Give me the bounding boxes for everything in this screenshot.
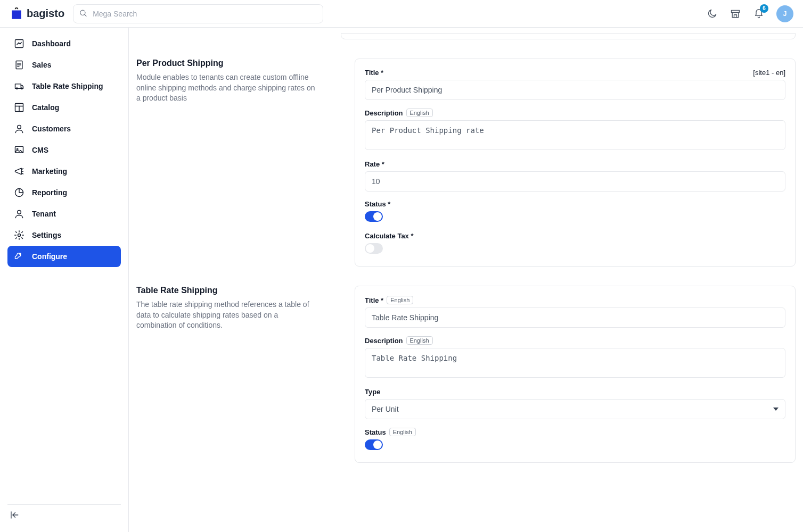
settings-icon	[14, 230, 24, 240]
svg-point-15	[18, 125, 21, 129]
sidebar-item-label: Settings	[32, 231, 61, 239]
per-product-card: Title [site1 - en] Description English R…	[355, 59, 796, 267]
tenant-icon	[14, 209, 24, 219]
catalog-icon	[14, 102, 24, 113]
store-icon	[730, 9, 741, 19]
sidebar-item-label: Configure	[32, 252, 67, 261]
per-product-calctax-toggle[interactable]	[365, 243, 383, 254]
brand-icon	[10, 7, 23, 21]
title-label: Title	[365, 296, 383, 304]
section-desc: The table rate shipping method reference…	[136, 300, 317, 331]
sidebar-item-label: Tenant	[32, 210, 56, 218]
sidebar-item-marketing[interactable]: Marketing	[7, 161, 121, 182]
svg-point-17	[17, 148, 18, 150]
moon-icon	[707, 9, 717, 19]
reporting-icon	[14, 187, 24, 198]
sidebar-item-configure[interactable]: Configure	[7, 246, 121, 267]
title-label: Title	[365, 69, 383, 77]
sales-icon	[14, 60, 24, 70]
sidebar-item-customers[interactable]: Customers	[7, 118, 121, 139]
status-label: Status	[365, 428, 386, 436]
search-wrap	[73, 4, 323, 23]
section-title: Per Product Shipping	[136, 59, 333, 68]
table-rate-type-select[interactable]: Per Unit	[365, 399, 785, 419]
lang-tag: English	[387, 296, 413, 304]
svg-line-2	[85, 14, 86, 16]
sidebar-item-cms[interactable]: CMS	[7, 139, 121, 161]
lang-tag: English	[406, 336, 433, 345]
section-title: Table Rate Shipping	[136, 286, 333, 295]
calc-tax-label: Calculate Tax	[365, 232, 414, 240]
svg-rect-3	[732, 10, 740, 12]
sidebar-item-label: Dashboard	[32, 39, 71, 48]
per-product-title-input[interactable]	[365, 80, 785, 100]
sidebar-item-label: Catalog	[32, 103, 59, 112]
sidebar-item-label: Customers	[32, 124, 71, 133]
section-per-product-shipping: Per Product Shipping Module enables to t…	[136, 59, 796, 267]
main-content: Per Product Shipping Module enables to t…	[129, 0, 803, 503]
sidebar-item-catalog[interactable]: Catalog	[7, 97, 121, 118]
per-product-rate-input[interactable]	[365, 171, 785, 192]
search-icon	[79, 9, 87, 19]
sidebar-item-sales[interactable]: Sales	[7, 54, 121, 76]
table-rate-status-toggle[interactable]	[365, 439, 383, 450]
svg-rect-0	[12, 10, 21, 19]
locale-hint: [site1 - en]	[753, 69, 785, 77]
rate-label: Rate	[365, 160, 384, 168]
customers-icon	[14, 123, 24, 134]
shipping-icon	[14, 81, 24, 92]
svg-point-20	[18, 234, 21, 237]
brand-name: bagisto	[27, 7, 64, 20]
sidebar-item-label: Sales	[32, 61, 52, 69]
table-rate-card: Title English Description English Type P	[355, 286, 796, 463]
table-rate-title-input[interactable]	[365, 307, 785, 328]
marketing-icon	[14, 166, 24, 177]
section-table-rate-shipping: Table Rate Shipping The table rate shipp…	[136, 286, 796, 463]
section-desc: Module enables to tenants can create cus…	[136, 72, 317, 104]
sidebar-item-tablerate[interactable]: Table Rate Shipping	[7, 76, 121, 97]
avatar[interactable]: J	[776, 5, 793, 22]
sidebar-item-label: Table Rate Shipping	[32, 82, 103, 90]
description-label: Description	[365, 337, 403, 345]
brand[interactable]: bagisto	[10, 7, 64, 21]
previous-card-stub	[341, 33, 796, 39]
per-product-desc-input[interactable]	[365, 120, 785, 150]
select-value: Per Unit	[372, 405, 399, 413]
header-actions: 6 J	[706, 5, 793, 22]
sidebar-item-reporting[interactable]: Reporting	[7, 182, 121, 203]
sidebar-item-dashboard[interactable]: Dashboard	[7, 33, 121, 54]
sidebar-item-label: Reporting	[32, 188, 67, 197]
dashboard-icon	[14, 38, 24, 49]
notification-badge: 6	[760, 4, 768, 13]
notifications-button[interactable]: 6	[753, 8, 765, 20]
type-label: Type	[365, 388, 380, 396]
sidebar-item-label: CMS	[32, 146, 48, 154]
sidebar: Dashboard Sales Table Rate Shipping Cata…	[0, 28, 129, 503]
status-label: Status	[365, 200, 390, 208]
lang-tag: English	[389, 428, 416, 436]
svg-rect-9	[15, 84, 21, 88]
table-rate-desc-input[interactable]	[365, 348, 785, 378]
sidebar-item-label: Marketing	[32, 167, 67, 176]
caret-down-icon	[773, 408, 779, 411]
store-link[interactable]	[730, 8, 741, 20]
dark-mode-toggle[interactable]	[706, 8, 718, 20]
svg-point-19	[18, 210, 21, 214]
lang-tag: English	[406, 109, 433, 117]
search-input[interactable]	[73, 4, 323, 23]
sidebar-item-settings[interactable]: Settings	[7, 225, 121, 246]
sidebar-item-tenant[interactable]: Tenant	[7, 203, 121, 225]
cms-icon	[14, 145, 24, 155]
app-header: bagisto 6 J	[0, 0, 803, 28]
description-label: Description	[365, 109, 403, 117]
per-product-status-toggle[interactable]	[365, 211, 383, 222]
configure-icon	[14, 251, 24, 262]
